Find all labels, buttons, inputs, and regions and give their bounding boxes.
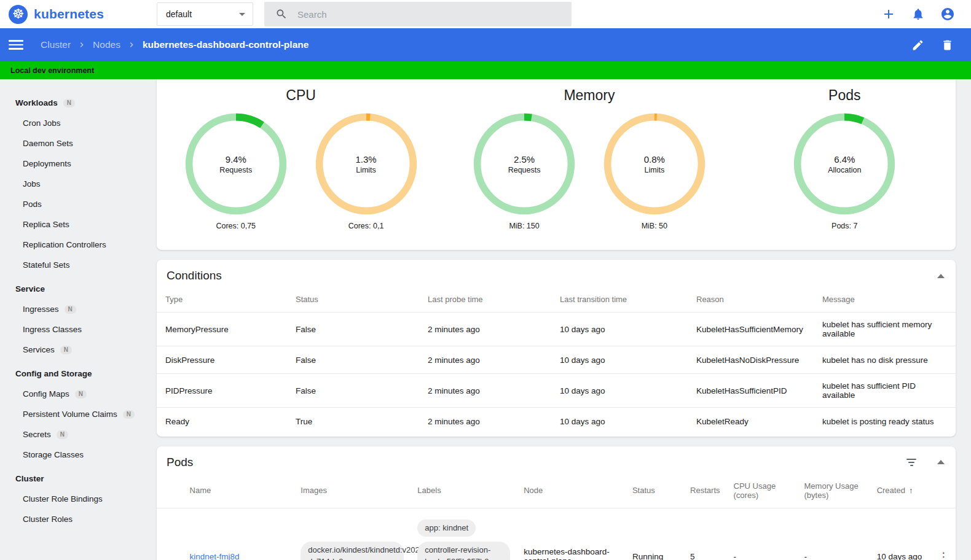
- pods-allocation-donut: 6.4% Allocation Pods: 7: [793, 113, 895, 230]
- header-actions: [881, 7, 971, 21]
- sidebar-item-ingresses[interactable]: Ingresses N: [0, 299, 155, 319]
- sidebar-item-service[interactable]: Service: [0, 279, 155, 299]
- pods-card: Pods Name Images Labels Node: [157, 446, 956, 560]
- sidebar-header-label: Config and Storage: [15, 369, 92, 378]
- pod-image-chip: docker.io/kindest/kindnetd:v20230511-dc7…: [301, 542, 404, 560]
- sidebar-item-config-maps[interactable]: Config Maps N: [0, 384, 155, 404]
- namespaced-badge: N: [65, 305, 76, 314]
- pod-row: kindnet-fmj8d docker.io/kindest/kindnetd…: [157, 508, 956, 560]
- sidebar-header-label: Service: [15, 284, 45, 294]
- collapse-card-icon[interactable]: [937, 460, 945, 464]
- condition-row: MemoryPressure False 2 minutes ago 10 da…: [157, 313, 956, 346]
- sidebar-item-ingress-classes[interactable]: Ingress Classes: [0, 319, 155, 340]
- pod-name-link[interactable]: kindnet-fmj8d: [190, 552, 240, 560]
- pod-node: kubernetes-dashboard-control-plane: [516, 508, 625, 560]
- sidebar-item-config-and-storage[interactable]: Config and Storage: [0, 364, 155, 384]
- column-header-last-probe-time: Last probe time: [419, 290, 551, 313]
- sidebar-item-stateful-sets[interactable]: Stateful Sets: [0, 255, 155, 275]
- delete-button[interactable]: [940, 37, 954, 52]
- collapse-card-icon[interactable]: [937, 274, 945, 278]
- breadcrumb-nodes[interactable]: Nodes: [93, 39, 120, 50]
- column-header-cpu-usage: CPU Usage (cores): [726, 476, 797, 508]
- kubernetes-logo-icon: ☸: [9, 5, 28, 24]
- account-button[interactable]: [940, 7, 955, 21]
- pods-title: Pods: [167, 456, 193, 469]
- column-header-message: Message: [814, 290, 956, 313]
- sidebar-item-replica-sets[interactable]: Replica Sets: [0, 214, 155, 235]
- cpu-allocation-group: CPU 9.4% Requests Cores: 0,75: [157, 87, 445, 250]
- action-bar: Cluster Nodes kubernetes-dashboard-contr…: [0, 28, 971, 61]
- sidebar-item-cluster-role-bindings[interactable]: Cluster Role Bindings: [0, 489, 155, 509]
- sidebar-item-daemon-sets[interactable]: Daemon Sets: [0, 133, 155, 154]
- column-header-name: Name: [183, 476, 294, 508]
- sidebar-item-services[interactable]: Services N: [0, 340, 155, 360]
- brand[interactable]: ☸ kubernetes: [0, 5, 157, 24]
- column-header-memory-usage: Memory Usage (bytes): [797, 476, 870, 508]
- condition-row: Ready True 2 minutes ago 10 days ago Kub…: [157, 408, 956, 435]
- sidebar-header-label: Workloads: [15, 98, 58, 107]
- column-header-created[interactable]: Created: [870, 476, 930, 508]
- page-title: kubernetes-dashboard-control-plane: [143, 39, 309, 50]
- sidebar-item-cluster-roles[interactable]: Cluster Roles: [0, 509, 155, 529]
- pod-status: Running: [625, 508, 683, 560]
- column-header-type: Type: [157, 290, 287, 313]
- user-account-icon: [940, 7, 955, 21]
- namespace-value: default: [166, 9, 239, 19]
- sidebar-item-cron-jobs[interactable]: Cron Jobs: [0, 113, 155, 133]
- condition-row: PIDPressure False 2 minutes ago 10 days …: [157, 374, 956, 408]
- brand-name: kubernetes: [34, 7, 104, 21]
- sidebar-item-jobs[interactable]: Jobs: [0, 174, 155, 194]
- cpu-limits-donut: 1.3% Limits Cores: 0,1: [315, 113, 417, 230]
- sidebar-item-pods[interactable]: Pods: [0, 194, 155, 214]
- menu-hamburger-icon[interactable]: [9, 37, 23, 52]
- kubernetes-dashboard: ☸ kubernetes default Cluster: [0, 0, 971, 560]
- sidebar-header-label: Cluster: [15, 474, 44, 483]
- sidebar-item-secrets[interactable]: Secrets N: [0, 424, 155, 445]
- main-content: CPU 9.4% Requests Cores: 0,75: [155, 79, 971, 560]
- notifications-button[interactable]: [911, 7, 926, 21]
- memory-section-title: Memory: [445, 87, 733, 109]
- pod-cpu-usage: -: [726, 508, 797, 560]
- cpu-requests-donut: 9.4% Requests Cores: 0,75: [185, 113, 287, 230]
- add-resource-button[interactable]: [881, 7, 896, 21]
- sidebar-item-persistent-volume-claims[interactable]: Persistent Volume Claims N: [0, 404, 155, 424]
- pod-created: 10 days ago: [870, 508, 930, 560]
- column-header-reason: Reason: [688, 290, 814, 313]
- sidebar-item-cluster[interactable]: Cluster: [0, 469, 155, 489]
- bell-icon: [911, 7, 925, 21]
- pod-memory-usage: -: [797, 508, 870, 560]
- column-header-node: Node: [516, 476, 625, 508]
- sidebar-item-replication-controllers[interactable]: Replication Controllers: [0, 235, 155, 255]
- condition-row: DiskPressure False 2 minutes ago 10 days…: [157, 346, 956, 374]
- namespaced-badge: N: [63, 99, 75, 107]
- pod-restarts: 5: [683, 508, 726, 560]
- sidebar-item-deployments[interactable]: Deployments: [0, 154, 155, 174]
- memory-allocation-group: Memory 2.5% Requests MiB: 150: [445, 87, 733, 250]
- resource-actions: [910, 37, 971, 52]
- column-header-status-dot: [157, 476, 183, 508]
- memory-limits-donut: 0.8% Limits MiB: 50: [603, 113, 706, 230]
- chevron-right-icon: [77, 40, 87, 50]
- top-header: ☸ kubernetes default: [0, 0, 971, 28]
- pods-table: Name Images Labels Node Status Restarts …: [157, 476, 956, 560]
- memory-requests-donut: 2.5% Requests MiB: 150: [473, 113, 575, 230]
- allocation-card: CPU 9.4% Requests Cores: 0,75: [157, 79, 956, 250]
- breadcrumb-cluster[interactable]: Cluster: [41, 39, 71, 50]
- search-bar: [264, 2, 572, 26]
- edit-button[interactable]: [910, 37, 925, 52]
- conditions-title: Conditions: [167, 269, 222, 282]
- sidebar-item-workloads[interactable]: Workloads N: [0, 93, 155, 113]
- column-header-last-transition-time: Last transition time: [551, 290, 688, 313]
- sidebar-item-storage-classes[interactable]: Storage Classes: [0, 445, 155, 465]
- sort-ascending-icon: [905, 486, 913, 495]
- pencil-icon: [911, 39, 924, 52]
- namespaced-badge: N: [60, 346, 72, 354]
- column-header-images: Images: [293, 476, 410, 508]
- namespace-select[interactable]: default: [157, 2, 253, 26]
- search-input[interactable]: [297, 9, 564, 20]
- plus-icon: [881, 7, 896, 21]
- pod-actions-kebab-icon[interactable]: [938, 551, 949, 560]
- environment-banner: Local dev environment: [0, 61, 971, 79]
- conditions-card: Conditions Type Status Last probe time L…: [157, 260, 956, 437]
- filter-icon[interactable]: [906, 459, 916, 466]
